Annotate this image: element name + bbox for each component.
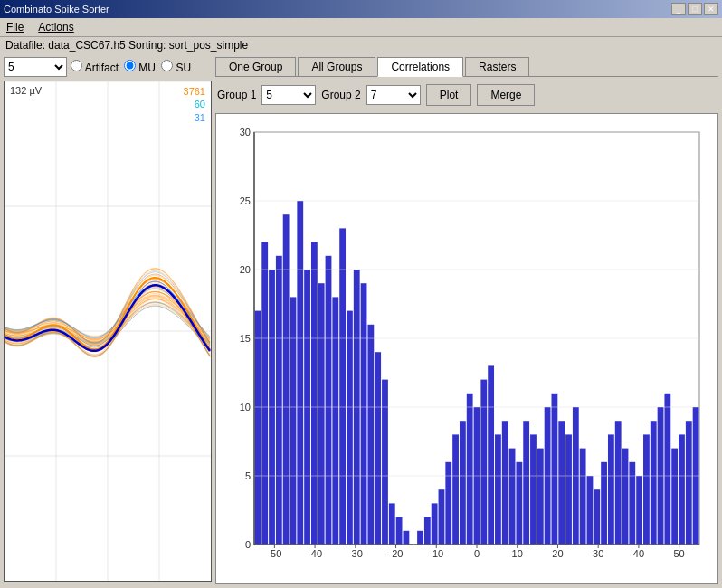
svg-rect-20 (389, 503, 395, 545)
svg-rect-12 (332, 297, 338, 545)
svg-text:50: 50 (674, 548, 685, 559)
histogram-area: 051015202530-50-40-30-20-1001020304050 (215, 113, 718, 584)
svg-rect-40 (530, 434, 537, 545)
group-dropdown[interactable]: 5 1 2 7 (4, 57, 67, 77)
svg-rect-18 (375, 352, 381, 545)
svg-rect-49 (594, 489, 600, 545)
artifact-radio[interactable] (71, 60, 82, 71)
svg-rect-5 (283, 214, 290, 545)
svg-rect-54 (629, 462, 635, 545)
tab-correlations[interactable]: Correlations (377, 57, 463, 77)
svg-rect-6 (290, 297, 297, 545)
left-panel: 5 1 2 7 Artifact MU SU (4, 57, 212, 582)
svg-rect-13 (339, 228, 346, 545)
su-radio[interactable] (161, 60, 173, 71)
svg-rect-14 (347, 311, 353, 545)
svg-rect-33 (480, 380, 487, 545)
group1-select[interactable]: 5127 (261, 85, 316, 105)
svg-text:-50: -50 (267, 548, 281, 559)
actions-menu[interactable]: Actions (35, 20, 76, 34)
app-title: Combinato Spike Sorter (4, 4, 109, 14)
title-bar: Combinato Spike Sorter _ □ ✕ (0, 0, 722, 18)
svg-rect-47 (580, 449, 586, 545)
plot-button[interactable]: Plot (426, 84, 472, 106)
svg-rect-27 (439, 489, 445, 545)
right-panel: One Group All Groups Correlations Raster… (215, 57, 718, 582)
svg-rect-61 (679, 434, 685, 545)
minimize-button[interactable]: _ (671, 3, 686, 15)
info-bar: Datafile: data_CSC67.h5 Sorting: sort_po… (0, 37, 722, 53)
svg-rect-36 (502, 421, 508, 545)
svg-text:0: 0 (245, 539, 251, 550)
waveform-box: 132 µV 3761 60 31 (4, 81, 212, 582)
main-content: 5 1 2 7 Artifact MU SU (0, 53, 722, 585)
svg-rect-19 (382, 380, 388, 545)
svg-rect-10 (318, 283, 325, 545)
svg-rect-48 (587, 476, 594, 545)
svg-rect-17 (367, 325, 374, 545)
svg-text:20: 20 (552, 548, 563, 559)
svg-rect-57 (651, 421, 657, 545)
svg-text:-10: -10 (429, 548, 443, 559)
menu-bar: File Actions (0, 18, 722, 37)
tab-rasters[interactable]: Rasters (465, 57, 529, 76)
file-menu[interactable]: File (4, 20, 26, 34)
svg-rect-30 (460, 421, 466, 545)
svg-rect-16 (361, 283, 367, 545)
svg-text:10: 10 (512, 548, 523, 559)
svg-rect-45 (565, 434, 572, 545)
svg-text:0: 0 (474, 548, 480, 559)
mu-label[interactable]: MU (124, 60, 156, 74)
svg-rect-39 (523, 421, 529, 545)
tab-all-groups[interactable]: All Groups (298, 57, 375, 76)
svg-text:-30: -30 (348, 548, 363, 559)
svg-text:30: 30 (593, 548, 603, 559)
group1-label: Group 1 (217, 89, 256, 101)
svg-text:20: 20 (240, 264, 251, 275)
svg-rect-11 (326, 256, 332, 545)
svg-rect-28 (445, 462, 451, 545)
svg-rect-55 (636, 476, 642, 545)
group2-select[interactable]: 7125 (366, 85, 421, 105)
svg-text:10: 10 (240, 402, 251, 413)
datafile-info: Datafile: data_CSC67.h5 Sorting: sort_po… (5, 39, 248, 52)
svg-text:15: 15 (240, 333, 251, 344)
radio-group: Artifact MU SU (71, 60, 191, 74)
svg-rect-35 (495, 434, 501, 545)
svg-rect-31 (467, 394, 473, 545)
group2-label: Group 2 (321, 89, 360, 101)
svg-rect-37 (509, 449, 516, 545)
controls-row: Group 1 5127 Group 2 7125 Plot Merge (215, 81, 718, 109)
svg-text:-20: -20 (389, 548, 404, 559)
svg-rect-9 (311, 242, 318, 545)
tab-one-group[interactable]: One Group (215, 57, 296, 76)
svg-rect-52 (615, 421, 622, 545)
artifact-label[interactable]: Artifact (71, 60, 119, 74)
svg-rect-22 (404, 531, 410, 545)
svg-text:25: 25 (240, 195, 251, 206)
svg-text:-40: -40 (308, 548, 322, 559)
mu-radio[interactable] (124, 60, 136, 71)
svg-rect-25 (424, 517, 431, 545)
maximize-button[interactable]: □ (688, 3, 702, 15)
merge-button[interactable]: Merge (477, 84, 535, 106)
svg-rect-50 (601, 462, 607, 545)
waveform-canvas (5, 81, 211, 581)
svg-rect-53 (622, 449, 629, 545)
svg-text:30: 30 (240, 127, 251, 138)
svg-rect-29 (452, 434, 459, 545)
svg-rect-21 (396, 517, 403, 545)
svg-rect-51 (608, 434, 614, 545)
svg-rect-56 (643, 434, 650, 545)
svg-rect-43 (552, 394, 558, 545)
su-label[interactable]: SU (161, 60, 191, 74)
svg-rect-59 (664, 394, 670, 545)
svg-rect-44 (558, 421, 565, 545)
svg-rect-26 (432, 503, 438, 545)
group-selector: 5 1 2 7 Artifact MU SU (4, 57, 212, 77)
close-button[interactable]: ✕ (704, 3, 718, 15)
svg-rect-4 (276, 256, 282, 545)
svg-rect-2 (261, 242, 268, 545)
window-controls: _ □ ✕ (671, 3, 718, 15)
svg-rect-62 (686, 421, 692, 545)
